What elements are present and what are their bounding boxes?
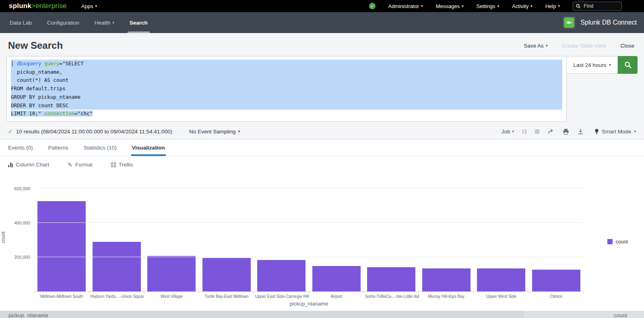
table-column-count[interactable]: count [524,311,644,318]
table-column-pickup-ntaname[interactable]: pickup_ntaname [0,311,524,318]
tab-label: Patterns [48,145,68,151]
query-token [41,60,44,67]
job-label: Job [502,129,510,135]
trellis-button[interactable]: Trellis [111,162,133,168]
chart-bar[interactable] [532,270,580,291]
page-header: New Search Save As ▾ Create Table View C… [0,33,644,55]
gridline [34,257,584,257]
export-icon[interactable] [578,129,584,135]
query-line: LIMIT 10;" connection="chc" [11,110,562,118]
tab-label: Visualization [132,145,165,151]
tab-patterns[interactable]: Patterns [48,139,68,156]
pause-icon[interactable] [522,129,526,134]
x-axis-label: Upper West Side [474,294,529,299]
bar-slot [364,267,419,291]
gridline [34,188,584,189]
chart-type-button[interactable]: Column Chart [8,162,49,168]
query-token: query [44,60,60,67]
run-search-button[interactable] [618,56,638,74]
print-icon[interactable] [563,129,569,135]
nav-item-health[interactable]: Health ▾ [87,12,122,33]
search-query-input[interactable]: | dbxquery query="SELECT pickup_ntaname,… [6,56,567,122]
save-as-button[interactable]: Save As ▾ [524,43,547,49]
query-line: count(*) AS count [11,76,562,85]
x-axis-title: pickup_ntaname [34,301,584,307]
chart-bar[interactable] [477,268,525,291]
close-button[interactable]: Close [620,43,634,49]
chevron-down-icon: ▾ [497,4,499,8]
chart-bar[interactable] [147,256,196,291]
query-token: ="SELECT [59,60,83,67]
save-as-label: Save As [524,43,544,49]
share-icon[interactable] [548,129,554,135]
x-axis-label: Upper East Side-Carnegie Hill [254,294,309,299]
tab-statistics[interactable]: Statistics (10) [84,139,117,156]
chart-bar[interactable] [312,266,361,291]
chevron-down-icon: ▾ [112,21,114,25]
chevron-down-icon: ▾ [512,129,514,133]
chevron-down-icon: ▾ [546,44,548,48]
bar-slot [254,260,309,291]
bar-slot [529,270,584,291]
query-token: GROUP BY pickup_ntaname [11,94,80,100]
user-menu[interactable]: Administrator ▾ [388,3,423,9]
messages-menu[interactable]: Messages ▾ [436,3,464,9]
column-chart: count 200,000400,000600,000 Midtown-Midt… [0,173,644,310]
app-name: Splunk DB Connect [580,19,637,26]
statistics-table-header: pickup_ntaname count [0,311,644,318]
find-search-box[interactable] [573,2,622,11]
settings-menu[interactable]: Settings ▾ [477,3,500,9]
results-tabs: Events (0) Patterns Statistics (10) Visu… [0,139,644,156]
x-axis-label: SoHo-TriBeCa-...nter-Little Italy [364,294,419,299]
column-chart-icon [8,162,13,167]
nav-label: Configuration [47,20,79,26]
chart-bar[interactable] [422,268,471,291]
chart-bar[interactable] [37,201,86,291]
results-summary: 10 results (08/04/2024 11:00:00.000 to 0… [16,129,172,135]
db-connect-icon-frame [563,16,576,29]
query-line: ORDER BY count DESC [11,102,562,110]
nav-item-search[interactable]: Search [122,12,155,33]
y-axis-title: count [0,217,6,258]
tab-label: Events (0) [8,145,33,151]
apps-menu[interactable]: Apps ▾ [81,3,97,9]
activity-menu[interactable]: Activity ▾ [512,3,533,9]
chart-bar[interactable] [257,260,305,291]
chart-type-label: Column Chart [16,162,49,168]
plug-icon [564,17,574,28]
find-input[interactable] [583,3,615,9]
health-status-icon[interactable]: ✓ [369,3,376,9]
stop-icon[interactable] [535,129,539,134]
help-menu[interactable]: Help ▾ [545,3,560,9]
trellis-label: Trellis [119,162,133,168]
chart-bar[interactable] [367,267,415,291]
x-axis-label: Midtown-Midtown South [34,294,89,299]
tab-events[interactable]: Events (0) [8,139,33,156]
nav-item-data-lab[interactable]: Data Lab [2,12,39,33]
pencil-icon: ✎ [68,162,72,168]
bar-slot [144,256,199,291]
search-icon [576,4,580,8]
chart-bar[interactable] [202,258,251,291]
search-mode-menu[interactable]: Smart Mode ▾ [594,129,636,135]
job-menu[interactable]: Job ▾ [502,129,514,135]
bar-slot [199,258,254,291]
tab-visualization[interactable]: Visualization [132,139,165,156]
nav-item-configuration[interactable]: Configuration [39,12,87,33]
query-selection: LIMIT 10;" connection="chc" [11,110,93,116]
event-sampling-menu[interactable]: No Event Sampling ▾ [189,129,240,135]
nav-label: Health [95,20,110,26]
x-axis-label: Airport [309,294,364,299]
format-button[interactable]: ✎ Format [68,162,93,168]
query-token: count(*) AS count [11,77,68,83]
time-range-picker[interactable]: Last 24 hours ▾ [567,56,618,74]
logo-gt: > [31,2,35,10]
time-range-label: Last 24 hours [573,62,606,68]
chart-bar[interactable] [93,242,141,291]
chart-legend[interactable]: count [607,239,628,245]
help-label: Help [545,3,556,9]
create-table-view-button: Create Table View [562,43,606,49]
bar-slot [34,201,89,291]
app-nav-bar: Data Lab Configuration Health ▾ Search S… [0,12,644,33]
search-bar: | dbxquery query="SELECT pickup_ntaname,… [0,55,644,124]
